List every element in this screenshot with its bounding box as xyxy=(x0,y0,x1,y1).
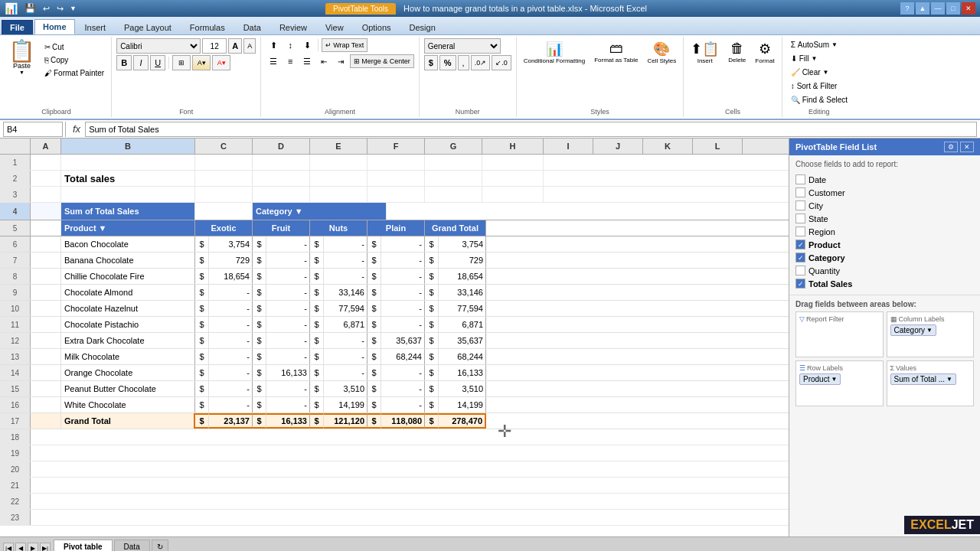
cell[interactable]: $ xyxy=(368,349,381,364)
tab-data[interactable]: Data xyxy=(235,20,270,34)
font-size-increase-button[interactable]: A xyxy=(228,38,242,54)
cell[interactable]: - xyxy=(381,236,425,252)
cell[interactable]: - xyxy=(266,285,310,300)
cell[interactable]: - xyxy=(381,285,425,300)
cell[interactable]: - xyxy=(209,349,253,364)
cell-a2[interactable] xyxy=(31,171,61,186)
cell[interactable]: $ xyxy=(253,397,266,412)
cell[interactable]: - xyxy=(209,397,253,412)
cell[interactable]: 6,871 xyxy=(324,317,368,332)
sort-filter-button[interactable]: ↕ Sort & Filter xyxy=(786,80,853,93)
cell[interactable]: $ xyxy=(310,397,324,412)
cell-c2[interactable] xyxy=(195,171,253,186)
cell[interactable]: 118,080 xyxy=(381,413,425,429)
cell-reference-box[interactable] xyxy=(3,122,63,137)
cell[interactable]: $ xyxy=(368,317,381,332)
cell[interactable]: - xyxy=(209,381,253,396)
cell[interactable]: - xyxy=(266,381,310,396)
cell-empty[interactable] xyxy=(31,510,789,525)
cell-g2[interactable] xyxy=(425,171,482,186)
product-tag[interactable]: Product ▼ xyxy=(799,373,841,385)
cell[interactable]: 278,470 xyxy=(439,413,486,429)
tab-view[interactable]: View xyxy=(317,20,352,34)
cell[interactable]: 68,244 xyxy=(381,349,425,364)
cell[interactable]: - xyxy=(266,397,310,412)
cell[interactable]: $ xyxy=(310,285,324,300)
cell[interactable]: $ xyxy=(425,236,439,252)
cell[interactable]: $ xyxy=(425,285,439,300)
cell-a[interactable] xyxy=(31,236,61,252)
cell[interactable]: $ xyxy=(310,349,324,364)
cell-a[interactable] xyxy=(31,285,61,300)
wrap-text-button[interactable]: ↵ Wrap Text xyxy=(322,38,368,52)
conditional-formatting-button[interactable]: 📊 Conditional Formatting xyxy=(520,38,589,67)
comma-button[interactable]: , xyxy=(458,55,469,70)
decimal-increase-button[interactable]: .0↗ xyxy=(471,55,491,70)
cell[interactable]: $ xyxy=(310,269,324,284)
cell[interactable]: $ xyxy=(425,381,439,396)
cell-a1[interactable] xyxy=(31,155,61,170)
cell[interactable]: $ xyxy=(368,236,381,252)
cell-product[interactable]: Banana Chocolate xyxy=(61,253,195,268)
cell-a[interactable] xyxy=(31,333,61,348)
col-header-i[interactable]: I xyxy=(544,139,593,154)
cell-f1[interactable] xyxy=(368,155,425,170)
values-tag[interactable]: Sum of Total ... ▼ xyxy=(890,373,956,385)
cell[interactable]: $ xyxy=(310,365,324,380)
align-right-button[interactable]: ☰ xyxy=(299,54,315,68)
format-as-table-button[interactable]: 🗃 Format as Table xyxy=(590,38,642,67)
cell[interactable]: $ xyxy=(195,365,209,380)
cell[interactable]: $ xyxy=(253,381,266,396)
cell[interactable]: - xyxy=(266,317,310,332)
merge-center-button[interactable]: ⊞ Merge & Center xyxy=(350,54,414,68)
cell[interactable]: - xyxy=(381,365,425,380)
col-header-e[interactable]: E xyxy=(310,139,368,154)
redo-button[interactable]: ↪ xyxy=(54,3,66,15)
tab-review[interactable]: Review xyxy=(271,20,315,34)
indent-decrease-button[interactable]: ⇤ xyxy=(316,54,332,68)
save-button[interactable]: 💾 xyxy=(22,2,38,15)
cell[interactable]: $ xyxy=(195,349,209,364)
cell[interactable]: $ xyxy=(253,285,266,300)
cell-g3[interactable] xyxy=(425,187,482,202)
cell[interactable]: $ xyxy=(368,413,381,429)
last-sheet-button[interactable]: ▶| xyxy=(40,543,51,551)
refresh-tab-button[interactable]: ↻ xyxy=(152,540,168,551)
col-header-j[interactable]: J xyxy=(593,139,643,154)
cell[interactable]: - xyxy=(381,317,425,332)
field-checkbox[interactable] xyxy=(795,227,805,236)
col-header-c[interactable]: C xyxy=(195,139,253,154)
fill-color-button[interactable]: A▾ xyxy=(192,55,211,70)
cell[interactable]: - xyxy=(324,365,368,380)
cell[interactable]: $ xyxy=(425,413,439,429)
cell[interactable]: - xyxy=(381,397,425,412)
paste-button[interactable]: 📋 Paste ▼ xyxy=(5,38,39,77)
cell[interactable]: - xyxy=(324,333,368,348)
align-middle-button[interactable]: ↕ xyxy=(283,38,298,52)
cell[interactable]: $ xyxy=(195,301,209,316)
field-checkbox[interactable]: ✓ xyxy=(795,240,805,249)
cell-d3[interactable] xyxy=(253,187,310,202)
cell-g1[interactable] xyxy=(425,155,482,170)
font-size-decrease-button[interactable]: A xyxy=(243,38,256,54)
cell-c1[interactable] xyxy=(195,155,253,170)
cell-b4[interactable]: Sum of Total Sales xyxy=(61,203,195,220)
cell-f3[interactable] xyxy=(368,187,425,202)
next-sheet-button[interactable]: ▶ xyxy=(28,543,38,551)
cell-b2[interactable]: Total sales xyxy=(61,171,195,186)
cell-e2[interactable] xyxy=(310,171,368,186)
number-format-select[interactable]: General xyxy=(424,38,501,54)
cell[interactable]: $ xyxy=(310,333,324,348)
cell[interactable]: 77,594 xyxy=(439,301,486,316)
cell[interactable]: 3,754 xyxy=(209,236,253,252)
cell[interactable]: - xyxy=(324,349,368,364)
field-checkbox[interactable] xyxy=(795,266,805,276)
cell-b1[interactable] xyxy=(61,155,195,170)
cell[interactable]: $ xyxy=(253,365,266,380)
cell[interactable]: $ xyxy=(310,253,324,268)
fill-button[interactable]: ⬇ Fill ▼ xyxy=(786,52,853,65)
cell[interactable]: 18,654 xyxy=(439,269,486,284)
cell-empty[interactable] xyxy=(31,429,789,445)
cell[interactable]: - xyxy=(266,253,310,268)
close-button[interactable]: ✕ xyxy=(962,2,975,15)
